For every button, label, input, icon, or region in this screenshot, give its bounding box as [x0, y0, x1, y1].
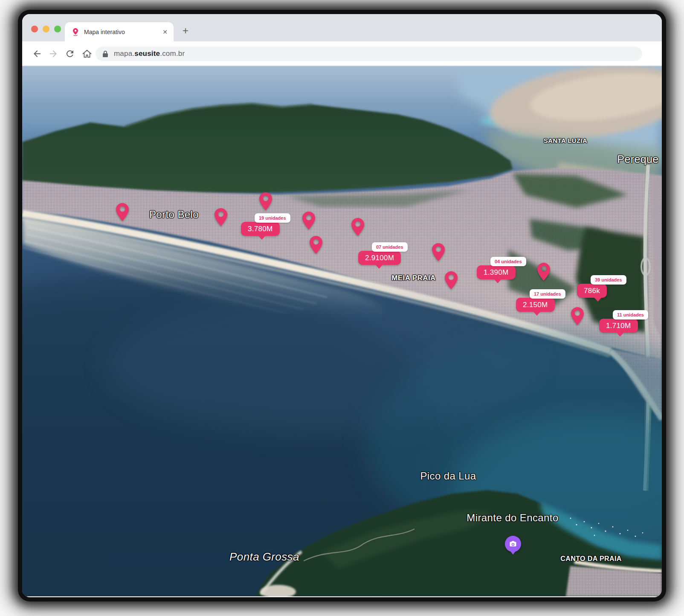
- browser-window: Mapa interativo ✕ + mapa.seusite.com.br: [22, 14, 662, 597]
- map-pin[interactable]: [571, 307, 584, 325]
- price-marker[interactable]: 2.9100M07 unidades: [358, 251, 401, 265]
- units-badge: 19 unidades: [255, 213, 290, 223]
- photo-spot-marker[interactable]: [505, 536, 521, 552]
- map-place-label: Porto Belo: [149, 209, 199, 221]
- tab-strip: Mapa interativo ✕ +: [22, 14, 662, 41]
- reload-icon[interactable]: [65, 49, 75, 59]
- units-badge: 39 unidades: [591, 275, 626, 285]
- map-pin[interactable]: [214, 208, 227, 226]
- map-viewport[interactable]: Porto BeloSANTA LUZIAPerequeMEIA PRAIAPi…: [22, 66, 662, 596]
- map-place-label: Mirante do Encanto: [467, 512, 558, 524]
- price-badge-tail: [594, 297, 602, 305]
- map-place-label: MEIA PRAIA: [391, 274, 436, 282]
- map-place-label: CANTO DA PRAIA: [560, 555, 621, 563]
- units-badge: 17 unidades: [530, 289, 565, 299]
- price-marker[interactable]: 786k39 unidades: [577, 284, 607, 298]
- tab-close-icon[interactable]: ✕: [162, 29, 168, 35]
- map-place-label: Pico da Lua: [420, 470, 476, 482]
- traffic-light-zoom-window[interactable]: [54, 26, 61, 32]
- url-text: mapa.seusite.com.br: [114, 49, 185, 58]
- price-marker[interactable]: 2.150M17 unidades: [516, 298, 555, 312]
- price-marker[interactable]: 1.710M11 unidades: [599, 319, 638, 333]
- price-badge-tail: [375, 264, 383, 273]
- map-place-label: SANTA LUZIA: [544, 137, 588, 144]
- price-badge: 2.9100M: [358, 251, 401, 265]
- price-badge: 1.710M: [599, 319, 638, 333]
- url-bar[interactable]: mapa.seusite.com.br: [96, 46, 642, 61]
- map-pin[interactable]: [432, 243, 445, 261]
- map-place-label: Pereque: [617, 153, 658, 166]
- price-badge: 3.780M: [241, 222, 280, 236]
- map-pin[interactable]: [445, 271, 458, 289]
- units-badge: 04 unidades: [490, 257, 526, 266]
- url-suffix: .com.br: [160, 49, 185, 58]
- map-place-label: Ponta Grossa: [229, 550, 299, 564]
- units-badge: 07 unidades: [372, 242, 408, 252]
- lock-icon: [102, 50, 108, 58]
- tab-mapa-interativo[interactable]: Mapa interativo ✕: [65, 22, 174, 41]
- map-overlay: Porto BeloSANTA LUZIAPerequeMEIA PRAIAPi…: [22, 66, 662, 596]
- price-badge-tail: [533, 311, 541, 320]
- price-badge: 2.150M: [516, 298, 555, 312]
- traffic-light-minimize-window[interactable]: [43, 26, 49, 32]
- url-prefix: mapa.: [114, 49, 134, 58]
- back-icon[interactable]: [32, 49, 42, 59]
- price-badge-tail: [494, 279, 501, 287]
- map-pin[interactable]: [537, 263, 550, 281]
- tab-title: Mapa interativo: [84, 29, 159, 35]
- units-badge: 11 unidades: [613, 310, 648, 320]
- price-marker[interactable]: 1.390M04 unidades: [477, 265, 516, 279]
- price-badge: 1.390M: [477, 265, 516, 279]
- price-badge-tail: [616, 332, 624, 340]
- traffic-light-close-window[interactable]: [31, 26, 38, 32]
- browser-toolbar: mapa.seusite.com.br: [22, 41, 662, 66]
- map-pin[interactable]: [310, 236, 322, 254]
- url-domain: seusite: [134, 49, 160, 58]
- price-badge-tail: [258, 235, 266, 244]
- home-icon[interactable]: [82, 49, 92, 59]
- price-marker[interactable]: 3.780M19 unidades: [241, 222, 280, 236]
- map-pin[interactable]: [116, 203, 129, 221]
- forward-icon[interactable]: [48, 49, 58, 59]
- price-badge: 786k: [577, 284, 607, 298]
- new-tab-button[interactable]: +: [178, 23, 193, 38]
- map-pin[interactable]: [259, 192, 272, 210]
- map-pin[interactable]: [351, 218, 364, 236]
- camera-icon: [509, 540, 517, 548]
- map-pin-favicon: [71, 28, 80, 36]
- map-pin[interactable]: [302, 212, 315, 230]
